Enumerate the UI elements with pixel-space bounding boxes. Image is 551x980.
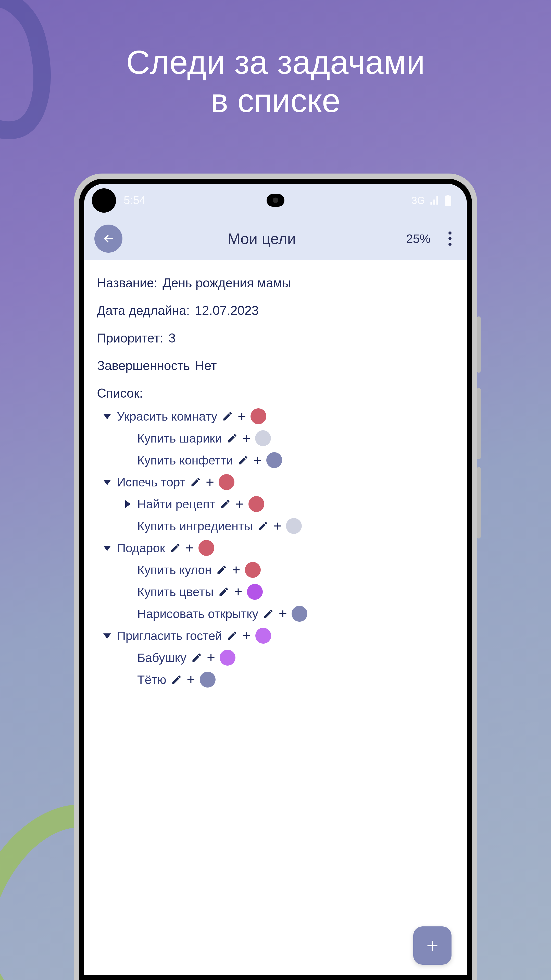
add-subtask-button[interactable]: + xyxy=(242,431,251,445)
edit-button[interactable] xyxy=(222,410,233,422)
edit-button[interactable] xyxy=(220,498,231,510)
task-node[interactable]: Купить кулон+ xyxy=(122,562,454,578)
field-deadline: Дата дедлайна: 12.07.2023 xyxy=(97,303,454,318)
priority-label: Приоритет: xyxy=(97,331,164,345)
dot-icon xyxy=(448,231,451,234)
status-dot[interactable] xyxy=(292,606,307,622)
phone-frame: 5:54 3G Мои цели xyxy=(74,173,477,980)
task-node[interactable]: Бабушку+ xyxy=(122,650,454,666)
edit-button[interactable] xyxy=(170,542,181,554)
add-subtask-button[interactable]: + xyxy=(253,453,262,467)
edit-button[interactable] xyxy=(216,564,227,576)
add-subtask-button[interactable]: + xyxy=(238,409,246,423)
edit-button[interactable] xyxy=(190,476,201,488)
task-node[interactable]: Купить ингредиенты+ xyxy=(122,518,454,534)
add-fab-button[interactable]: + xyxy=(413,926,451,965)
add-subtask-button[interactable]: + xyxy=(235,497,244,511)
more-menu-button[interactable] xyxy=(443,229,457,248)
task-node[interactable]: Купить цветы+ xyxy=(122,584,454,600)
arrow-left-icon xyxy=(102,232,115,245)
add-subtask-button[interactable]: + xyxy=(206,475,214,489)
completed-value: Нет xyxy=(195,358,217,373)
add-subtask-button[interactable]: + xyxy=(273,519,282,533)
status-dot[interactable] xyxy=(266,452,282,468)
status-dot[interactable] xyxy=(245,562,261,578)
caret-right-icon[interactable] xyxy=(122,500,133,508)
edit-button[interactable] xyxy=(191,652,202,663)
battery-icon xyxy=(445,195,451,206)
edit-button[interactable] xyxy=(227,630,238,641)
edit-button[interactable] xyxy=(218,586,229,597)
field-completed: Завершенность Нет xyxy=(97,358,454,373)
page-title: Мои цели xyxy=(127,230,401,248)
edit-button[interactable] xyxy=(227,433,238,444)
status-dot[interactable] xyxy=(286,518,302,534)
edit-button[interactable] xyxy=(238,455,249,466)
add-subtask-button[interactable]: + xyxy=(242,628,251,643)
content-area: Название: День рождения мамы Дата дедлай… xyxy=(84,260,467,709)
status-dot[interactable] xyxy=(219,474,234,490)
task-label: Найти рецепт xyxy=(137,497,215,511)
network-label: 3G xyxy=(411,195,425,206)
caret-down-icon[interactable] xyxy=(102,478,112,486)
statusbar-app-dot xyxy=(92,188,116,213)
status-dot[interactable] xyxy=(248,496,264,512)
task-node[interactable]: Купить шарики+ xyxy=(122,430,454,446)
task-node[interactable]: Нарисовать открытку+ xyxy=(122,606,454,622)
camera-cutout xyxy=(267,194,284,207)
add-subtask-button[interactable]: + xyxy=(232,563,240,577)
caret-down-icon[interactable] xyxy=(102,544,112,552)
promo-title: Следи за задачами в списке xyxy=(0,43,551,120)
task-label: Нарисовать открытку xyxy=(137,607,258,621)
task-label: Тётю xyxy=(137,673,166,687)
task-node[interactable]: Украсить комнату+ xyxy=(102,408,454,424)
task-label: Пригласить гостей xyxy=(117,629,222,643)
edit-button[interactable] xyxy=(257,520,268,531)
task-label: Купить ингредиенты xyxy=(137,519,253,533)
name-value: День рождения мамы xyxy=(162,275,291,290)
add-subtask-button[interactable]: + xyxy=(187,673,195,687)
status-dot[interactable] xyxy=(220,650,235,666)
task-label: Купить шарики xyxy=(137,431,222,445)
priority-value: 3 xyxy=(168,331,176,345)
task-label: Испечь торт xyxy=(117,475,186,489)
app-bar: Мои цели 25% xyxy=(84,217,467,260)
task-label: Купить кулон xyxy=(137,563,211,577)
status-dot[interactable] xyxy=(247,584,263,600)
dot-icon xyxy=(448,237,451,240)
task-node[interactable]: Испечь торт+ xyxy=(102,474,454,490)
back-button[interactable] xyxy=(94,224,122,253)
status-dot[interactable] xyxy=(255,430,271,446)
task-tree: Украсить комнату+Купить шарики+Купить ко… xyxy=(97,408,454,687)
status-dot[interactable] xyxy=(256,628,271,644)
task-node[interactable]: Подарок+ xyxy=(102,540,454,556)
task-node[interactable]: Тётю+ xyxy=(122,672,454,687)
dot-icon xyxy=(448,243,451,246)
add-subtask-button[interactable]: + xyxy=(279,607,287,621)
status-dot[interactable] xyxy=(200,672,216,687)
deadline-label: Дата дедлайна: xyxy=(97,303,190,318)
task-label: Бабушку xyxy=(137,651,186,665)
name-label: Название: xyxy=(97,275,157,290)
add-subtask-button[interactable]: + xyxy=(234,585,242,599)
screen: 5:54 3G Мои цели xyxy=(84,184,467,975)
task-label: Купить цветы xyxy=(137,585,213,599)
task-label: Купить конфетти xyxy=(137,453,233,467)
edit-button[interactable] xyxy=(171,674,182,685)
phone-volume-up xyxy=(477,388,481,460)
edit-button[interactable] xyxy=(263,608,274,619)
completed-label: Завершенность xyxy=(97,358,190,373)
statusbar-time: 5:54 xyxy=(124,194,146,207)
status-bar: 5:54 3G xyxy=(84,184,467,217)
task-node[interactable]: Найти рецепт+ xyxy=(122,496,454,512)
task-node[interactable]: Пригласить гостей+ xyxy=(102,628,454,644)
status-dot[interactable] xyxy=(251,408,266,424)
promo-line-2: в списке xyxy=(0,82,551,120)
add-subtask-button[interactable]: + xyxy=(186,541,194,555)
task-node[interactable]: Купить конфетти+ xyxy=(122,452,454,468)
caret-down-icon[interactable] xyxy=(102,632,112,640)
add-subtask-button[interactable]: + xyxy=(207,651,215,665)
caret-down-icon[interactable] xyxy=(102,412,112,420)
task-label: Подарок xyxy=(117,541,165,555)
status-dot[interactable] xyxy=(198,540,214,556)
